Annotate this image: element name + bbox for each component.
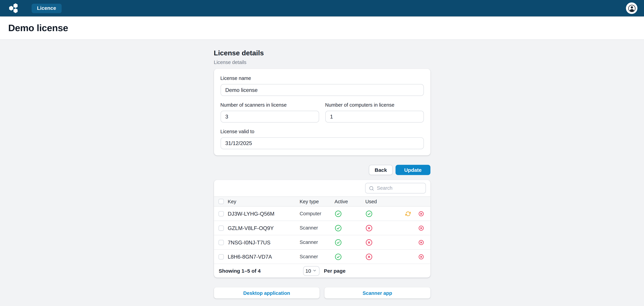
license-table-body: DJ3W-LYHG-Q56M Computer GZLM-V8LF-OQ9Y S… bbox=[214, 207, 430, 264]
search-input[interactable] bbox=[366, 183, 426, 193]
used-status-icon bbox=[366, 239, 400, 246]
showing-results-text: Showing 1–5 of 4 bbox=[219, 268, 303, 274]
refresh-key-icon[interactable] bbox=[405, 211, 410, 216]
table-toolbar bbox=[214, 180, 430, 196]
license-name-label: License name bbox=[220, 75, 424, 81]
user-avatar-button[interactable] bbox=[626, 2, 638, 14]
key-value: GZLM-V8LF-OQ9Y bbox=[228, 225, 300, 231]
search-box bbox=[365, 183, 426, 193]
column-header-used: Used bbox=[366, 199, 400, 204]
license-keys-card: Key Key type Active Used DJ3W-LYHG-Q56M … bbox=[214, 180, 430, 277]
scanners-label: Number of scanners in license bbox=[220, 102, 319, 108]
main-content: License details License details License … bbox=[0, 40, 644, 298]
column-header-key: Key bbox=[228, 199, 300, 204]
computers-input[interactable] bbox=[325, 111, 424, 123]
active-status-icon bbox=[334, 239, 366, 246]
brand-logo bbox=[8, 3, 20, 13]
form-actions: Back Update bbox=[214, 165, 430, 175]
bottom-links: Desktop application Scanner app bbox=[214, 287, 430, 298]
valid-to-input[interactable] bbox=[220, 137, 424, 149]
page-header: Demo license bbox=[0, 16, 644, 40]
table-row: DJ3W-LYHG-Q56M Computer bbox=[214, 207, 430, 221]
select-all-checkbox[interactable] bbox=[218, 199, 224, 204]
active-status-icon bbox=[334, 210, 366, 217]
table-row: GZLM-V8LF-OQ9Y Scanner bbox=[214, 221, 430, 235]
per-page-value: 10 bbox=[306, 268, 311, 274]
user-avatar-icon bbox=[628, 4, 636, 12]
valid-to-field-group: License valid to bbox=[220, 129, 424, 149]
delete-key-icon[interactable] bbox=[418, 240, 424, 245]
key-value: DJ3W-LYHG-Q56M bbox=[228, 211, 300, 217]
delete-key-icon[interactable] bbox=[418, 211, 424, 216]
section-subtitle: License details bbox=[214, 59, 430, 65]
key-type-value: Scanner bbox=[300, 240, 334, 245]
active-status-icon bbox=[334, 224, 366, 231]
scanners-input[interactable] bbox=[220, 111, 319, 123]
hexagon-cluster-icon bbox=[8, 3, 20, 13]
key-value: L8H6-8GN7-VD7A bbox=[228, 254, 300, 260]
table-row: L8H6-8GN7-VD7A Scanner bbox=[214, 250, 430, 264]
column-header-active: Active bbox=[334, 199, 366, 204]
top-navbar: Licence bbox=[0, 0, 644, 16]
key-type-value: Scanner bbox=[300, 254, 334, 260]
key-value: 7NSG-I0NJ-T7US bbox=[228, 239, 300, 245]
delete-key-icon[interactable] bbox=[418, 254, 424, 259]
table-header-row: Key Key type Active Used bbox=[214, 196, 430, 207]
computers-label: Number of computers in license bbox=[325, 102, 424, 108]
license-name-field-group: License name bbox=[220, 75, 424, 96]
license-name-input[interactable] bbox=[220, 84, 424, 96]
section-heading: License details License details bbox=[214, 49, 430, 65]
used-status-icon bbox=[366, 210, 400, 217]
active-status-icon bbox=[334, 253, 366, 260]
license-details-card: License name Number of scanners in licen… bbox=[214, 69, 430, 155]
back-button[interactable]: Back bbox=[369, 165, 393, 175]
desktop-application-button[interactable]: Desktop application bbox=[214, 287, 320, 298]
page-title: Demo license bbox=[8, 22, 68, 33]
valid-to-label: License valid to bbox=[220, 129, 424, 135]
per-page-select[interactable]: 10 bbox=[303, 266, 319, 276]
row-checkbox[interactable] bbox=[218, 211, 224, 216]
table-footer: Showing 1–5 of 4 10 Per page bbox=[214, 264, 430, 278]
row-checkbox[interactable] bbox=[218, 240, 224, 245]
column-header-key-type: Key type bbox=[300, 199, 334, 204]
update-button[interactable]: Update bbox=[396, 165, 430, 175]
scanners-field-group: Number of scanners in license bbox=[220, 102, 319, 123]
table-row: 7NSG-I0NJ-T7US Scanner bbox=[214, 235, 430, 250]
row-checkbox[interactable] bbox=[218, 225, 224, 231]
scanner-app-button[interactable]: Scanner app bbox=[324, 287, 430, 298]
per-page-label: Per page bbox=[324, 268, 346, 274]
chevron-down-icon bbox=[313, 268, 317, 274]
app-viewport: Licence Demo license License details Lic… bbox=[0, 0, 644, 306]
section-title: License details bbox=[214, 49, 430, 57]
delete-key-icon[interactable] bbox=[418, 225, 424, 231]
used-status-icon bbox=[366, 253, 400, 260]
key-type-value: Computer bbox=[300, 211, 334, 216]
row-checkbox[interactable] bbox=[218, 254, 224, 259]
key-type-value: Scanner bbox=[300, 225, 334, 231]
computers-field-group: Number of computers in license bbox=[325, 102, 424, 123]
nav-item-licence[interactable]: Licence bbox=[32, 3, 62, 13]
used-status-icon bbox=[366, 224, 400, 231]
